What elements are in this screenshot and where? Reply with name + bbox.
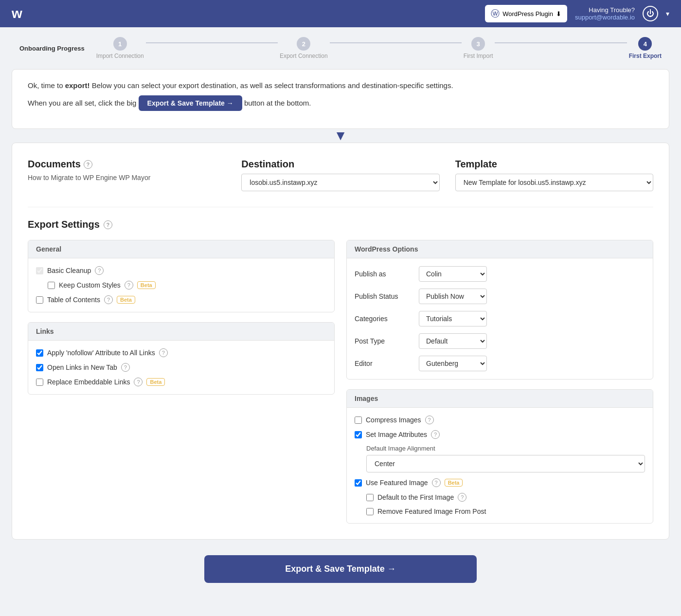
categories-select[interactable]: Tutorials xyxy=(419,311,487,326)
template-title-text: Template xyxy=(455,159,653,170)
documents-help-icon[interactable]: ? xyxy=(84,160,92,169)
table-of-contents-help-icon[interactable]: ? xyxy=(104,295,113,304)
export-save-template-button[interactable]: Export & Save Template → xyxy=(204,555,477,583)
step-4-label: First Export xyxy=(629,53,662,59)
publish-as-row: Publish as Colin xyxy=(355,266,645,282)
general-panel-header: General xyxy=(28,240,334,258)
nofollow-row: Apply 'nofollow' Attribute to All Links … xyxy=(36,348,326,357)
step-1-label: Import Connection xyxy=(96,53,144,59)
table-of-contents-checkbox[interactable] xyxy=(36,296,43,304)
default-to-first-image-checkbox[interactable] xyxy=(366,494,374,501)
export-inline-button[interactable]: Export & Save Template → xyxy=(139,95,242,111)
info-box: Ok, time to export! Below you can select… xyxy=(12,69,669,129)
set-image-attributes-help-icon[interactable]: ? xyxy=(431,430,440,439)
use-featured-image-label: Use Featured Image xyxy=(366,479,428,487)
app-header: w ⓦ WordPress Plugin ⬇ Having Trouble? s… xyxy=(0,0,681,27)
images-panel-header: Images xyxy=(347,390,653,408)
set-image-attributes-row: Set Image Attributes ? xyxy=(355,430,645,439)
trouble-email[interactable]: support@wordable.io xyxy=(575,14,635,21)
nofollow-help-icon[interactable]: ? xyxy=(159,348,168,357)
use-featured-image-help-icon[interactable]: ? xyxy=(432,478,441,487)
export-settings-title: Export Settings ? xyxy=(28,219,653,230)
image-alignment-label: Default Image Alignment xyxy=(366,445,645,452)
image-alignment-select[interactable]: Center Left Right None xyxy=(366,455,645,472)
wp-options-panel-body: Publish as Colin Publish Status Publish … xyxy=(347,258,653,379)
post-type-select[interactable]: Default xyxy=(419,333,487,349)
step-line-3 xyxy=(495,42,627,43)
download-icon: ⬇ xyxy=(556,10,561,18)
keep-custom-styles-checkbox[interactable] xyxy=(48,282,55,289)
embeddable-checkbox[interactable] xyxy=(36,379,43,386)
step-4-circle: 4 xyxy=(638,37,652,51)
wp-options-panel-header: WordPress Options xyxy=(347,240,653,258)
default-to-first-image-label: Default to the First Image xyxy=(377,493,454,501)
table-of-contents-label: Table of Contents xyxy=(47,296,100,304)
keep-custom-styles-help-icon[interactable]: ? xyxy=(125,281,133,290)
remove-featured-image-checkbox[interactable] xyxy=(366,508,374,515)
top-row: Documents ? How to Migrate to WP Engine … xyxy=(28,159,653,191)
set-image-attributes-label: Set Image Attributes xyxy=(366,431,427,438)
remove-featured-image-row: Remove Featured Image From Post xyxy=(366,507,645,515)
general-panel-body: Basic Cleanup ? Keep Custom Styles ? Bet… xyxy=(28,258,334,312)
power-button[interactable]: ⏻ xyxy=(643,6,658,21)
publish-status-label: Publish Status xyxy=(355,292,413,300)
new-tab-help-icon[interactable]: ? xyxy=(121,363,130,372)
default-to-first-image-help-icon[interactable]: ? xyxy=(458,493,466,502)
compress-images-help-icon[interactable]: ? xyxy=(425,416,434,424)
editor-select[interactable]: Gutenberg Classic xyxy=(419,356,487,371)
documents-section: Documents ? How to Migrate to WP Engine … xyxy=(28,159,226,191)
step-3-circle: 3 xyxy=(471,37,485,51)
image-alignment-group: Default Image Alignment Center Left Righ… xyxy=(366,445,645,472)
export-settings-title-text: Export Settings xyxy=(28,219,100,230)
embeddable-help-icon[interactable]: ? xyxy=(134,378,143,386)
step-3-label: First Import xyxy=(464,53,493,59)
default-to-first-image-row: Default to the First Image ? xyxy=(366,493,645,502)
wp-plugin-label: WordPress Plugin xyxy=(502,10,553,18)
basic-cleanup-row: Basic Cleanup ? xyxy=(36,266,326,275)
wp-options-panel: WordPress Options Publish as Colin Publi… xyxy=(346,240,653,380)
new-tab-label: Open Links in New Tab xyxy=(47,363,117,371)
publish-status-select[interactable]: Publish Now Draft xyxy=(419,289,487,304)
general-panel: General Basic Cleanup ? Keep Custom Styl… xyxy=(28,240,335,312)
left-settings-column: General Basic Cleanup ? Keep Custom Styl… xyxy=(28,240,335,524)
embeddable-label: Replace Embeddable Links xyxy=(47,378,130,386)
destination-label: Destination xyxy=(241,159,294,170)
compress-images-checkbox[interactable] xyxy=(355,417,362,424)
table-of-contents-row: Table of Contents ? Beta xyxy=(36,295,326,304)
right-settings-column: WordPress Options Publish as Colin Publi… xyxy=(346,240,653,524)
footer-button-row: Export & Save Template → xyxy=(12,555,669,583)
basic-cleanup-help-icon[interactable]: ? xyxy=(95,266,104,275)
template-select[interactable]: New Template for losobi.us5.instawp.xyz xyxy=(455,174,653,191)
table-of-contents-beta: Beta xyxy=(117,296,135,304)
new-tab-checkbox[interactable] xyxy=(36,364,43,371)
compress-images-label: Compress Images xyxy=(366,416,421,424)
categories-row: Categories Tutorials xyxy=(355,311,645,326)
compress-images-row: Compress Images ? xyxy=(355,416,645,424)
step-import-connection: 1 Import Connection xyxy=(96,37,144,59)
template-section: Template New Template for losobi.us5.ins… xyxy=(455,159,653,191)
set-image-attributes-checkbox[interactable] xyxy=(355,431,362,438)
wp-plugin-button[interactable]: ⓦ WordPress Plugin ⬇ xyxy=(485,5,567,22)
destination-select[interactable]: losobi.us5.instawp.xyz xyxy=(241,174,439,191)
app-logo: w xyxy=(12,6,22,21)
chevron-down-icon[interactable]: ▾ xyxy=(666,10,669,18)
export-settings-help-icon[interactable]: ? xyxy=(104,220,112,229)
images-panel: Images Compress Images ? Set Image Attri… xyxy=(346,389,653,524)
step-2-label: Export Connection xyxy=(280,53,328,59)
basic-cleanup-checkbox[interactable] xyxy=(36,267,43,274)
info-text-2: When you are all set, click the big Expo… xyxy=(28,95,653,111)
images-panel-body: Compress Images ? Set Image Attributes ?… xyxy=(347,408,653,523)
new-tab-row: Open Links in New Tab ? xyxy=(36,363,326,372)
links-panel: Links Apply 'nofollow' Attribute to All … xyxy=(28,322,335,395)
links-panel-header: Links xyxy=(28,323,334,341)
keep-custom-styles-label: Keep Custom Styles xyxy=(59,281,121,289)
use-featured-image-checkbox[interactable] xyxy=(355,479,362,487)
step-1-circle: 1 xyxy=(113,37,127,51)
main-content: Documents ? How to Migrate to WP Engine … xyxy=(12,143,669,540)
publish-as-label: Publish as xyxy=(355,270,413,278)
categories-label: Categories xyxy=(355,315,413,323)
wordpress-icon: ⓦ xyxy=(491,8,500,19)
nofollow-checkbox[interactable] xyxy=(36,349,43,357)
post-type-label: Post Type xyxy=(355,337,413,345)
publish-as-select[interactable]: Colin xyxy=(419,266,487,282)
